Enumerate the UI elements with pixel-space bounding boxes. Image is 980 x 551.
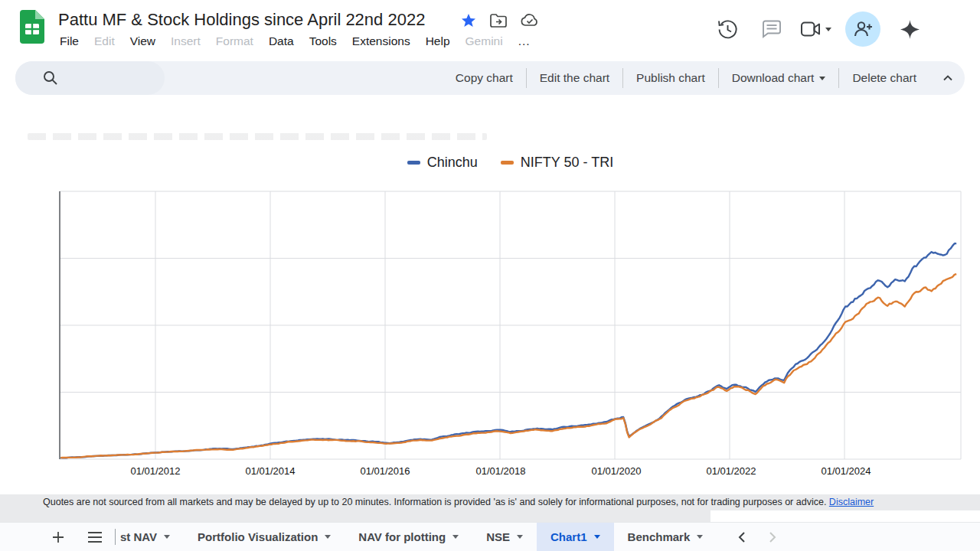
series-line-nifty-50-tri bbox=[60, 274, 956, 458]
sheet-tab-portfolio-visualization[interactable]: Portfolio Visualization bbox=[184, 523, 345, 551]
edit-chart-button[interactable]: Edit the chart bbox=[527, 71, 622, 85]
tab-menu-caret-icon[interactable] bbox=[517, 535, 523, 539]
sheet-tab-st-nav[interactable]: st NAV bbox=[116, 523, 184, 551]
menu-gemini[interactable]: Gemini bbox=[458, 32, 511, 51]
add-sheet-button[interactable] bbox=[43, 523, 74, 551]
collapse-toolbar-icon[interactable] bbox=[942, 72, 954, 84]
move-folder-icon[interactable] bbox=[490, 14, 507, 28]
menu-format[interactable]: Format bbox=[208, 32, 261, 51]
google-sheets-window: Pattu MF & Stock Holdings since April 22… bbox=[0, 0, 980, 551]
version-history-icon[interactable] bbox=[712, 14, 743, 44]
star-icon[interactable] bbox=[461, 13, 476, 28]
tab-menu-caret-icon[interactable] bbox=[594, 535, 600, 539]
search-box[interactable] bbox=[15, 61, 165, 95]
x-tick-label: 01/01/2012 bbox=[130, 465, 180, 477]
comments-icon[interactable] bbox=[756, 14, 787, 44]
tab-menu-caret-icon[interactable] bbox=[164, 535, 170, 539]
tab-menu-caret-icon[interactable] bbox=[697, 535, 703, 539]
search-icon bbox=[43, 70, 58, 86]
legend-swatch-orange bbox=[501, 161, 514, 165]
legend-swatch-blue bbox=[407, 161, 420, 165]
share-button[interactable] bbox=[845, 11, 880, 47]
menu-view[interactable]: View bbox=[122, 32, 163, 51]
sheet-tab-bar: st NAV Portfolio Visualization NAV for p… bbox=[0, 522, 980, 551]
chart-toolbar: Copy chart Edit the chart Publish chart … bbox=[15, 61, 965, 95]
tab-menu-caret-icon[interactable] bbox=[325, 535, 331, 539]
disclaimer-link[interactable]: Disclaimer bbox=[829, 497, 874, 507]
sheet-tab-nav-for-plotting[interactable]: NAV for plotting bbox=[345, 523, 472, 551]
x-tick-label: 01/01/2022 bbox=[706, 465, 756, 477]
menu-insert[interactable]: Insert bbox=[163, 32, 208, 51]
x-tick-label: 01/01/2016 bbox=[360, 465, 410, 477]
chevron-down-icon bbox=[825, 28, 831, 31]
series-line-chinchu bbox=[60, 243, 956, 458]
sheet-tab-nse[interactable]: NSE bbox=[472, 523, 537, 551]
meet-call-control[interactable] bbox=[801, 21, 831, 37]
menu-edit[interactable]: Edit bbox=[87, 32, 122, 51]
video-camera-icon bbox=[801, 21, 821, 37]
menu-bar: File Edit View Insert Format Data Tools … bbox=[52, 32, 538, 51]
sheets-logo-icon[interactable] bbox=[20, 10, 46, 44]
cloud-saved-icon[interactable] bbox=[521, 14, 539, 28]
x-tick-label: 01/01/2014 bbox=[245, 465, 295, 477]
chevron-down-icon bbox=[819, 77, 825, 80]
menu-extensions[interactable]: Extensions bbox=[345, 32, 418, 51]
person-add-icon bbox=[853, 20, 873, 38]
next-sheets-icon[interactable] bbox=[767, 531, 778, 543]
tab-menu-caret-icon[interactable] bbox=[452, 535, 459, 539]
gemini-sparkle-icon[interactable] bbox=[894, 14, 925, 44]
menu-help[interactable]: Help bbox=[418, 32, 458, 51]
sheet-tab-benchmark[interactable]: Benchmark bbox=[614, 523, 717, 551]
copy-chart-button[interactable]: Copy chart bbox=[443, 71, 526, 85]
sheet-tab-chart1-active[interactable]: Chart1 bbox=[537, 523, 614, 551]
menu-tools[interactable]: Tools bbox=[302, 32, 345, 51]
legend-item-chinchu: Chinchu bbox=[407, 155, 478, 171]
prev-sheets-icon[interactable] bbox=[737, 531, 747, 543]
disclaimer-text: Quotes are not sourced from all markets … bbox=[43, 497, 900, 508]
menu-data[interactable]: Data bbox=[261, 32, 302, 51]
faint-chart-title bbox=[28, 133, 487, 140]
chart-legend: Chinchu NIFTY 50 - TRI bbox=[60, 155, 961, 171]
x-axis-ticks: 01/01/2012 01/01/2014 01/01/2016 01/01/2… bbox=[0, 465, 980, 479]
x-tick-label: 01/01/2018 bbox=[475, 465, 525, 477]
all-sheets-menu-icon[interactable] bbox=[80, 523, 110, 551]
legend-item-nifty: NIFTY 50 - TRI bbox=[501, 155, 613, 171]
delete-chart-button[interactable]: Delete chart bbox=[839, 71, 929, 85]
menu-file[interactable]: File bbox=[52, 32, 87, 51]
document-title[interactable]: Pattu MF & Stock Holdings since April 22… bbox=[58, 10, 425, 30]
download-chart-button[interactable]: Download chart bbox=[719, 71, 839, 85]
publish-chart-button[interactable]: Publish chart bbox=[623, 71, 718, 85]
menu-overflow[interactable]: ... bbox=[511, 32, 538, 51]
x-tick-label: 01/01/2024 bbox=[821, 465, 871, 477]
x-tick-label: 01/01/2020 bbox=[591, 465, 641, 477]
